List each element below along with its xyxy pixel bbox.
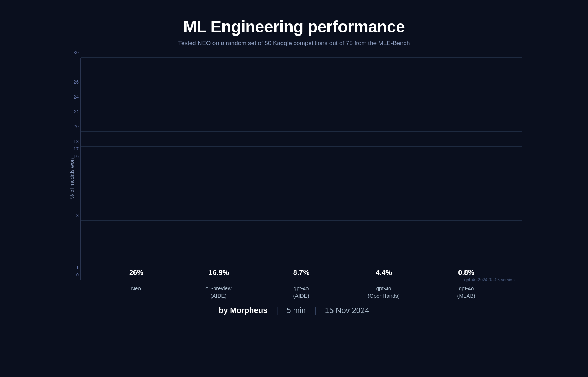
bar-value-label: 4.4%	[376, 269, 392, 277]
x-axis-label: Neo	[115, 285, 157, 299]
y-tick-label: 18	[67, 139, 79, 144]
y-tick-label: 8	[67, 213, 79, 218]
version-note: gpt-4o-2024-08-06 version	[464, 277, 515, 282]
bar-value-label: 0.8%	[458, 269, 474, 277]
grid-area: 302624222018171681026%16.9%8.7%4.4%0.8%	[80, 58, 522, 280]
bar-value-label: 26%	[129, 269, 143, 277]
header: ML Engineering performance Tested NEO on…	[178, 17, 410, 47]
y-tick-label: 24	[67, 94, 79, 100]
bar-value-label: 16.9%	[209, 269, 229, 277]
chart-container: % of medals won 302624222018171681026%16…	[66, 58, 522, 299]
x-axis-label: gpt-4o(OpenHands)	[362, 285, 405, 299]
x-axis-label: gpt-4o(MLAB)	[445, 285, 488, 299]
footer-duration: 5 min	[287, 306, 306, 315]
y-tick-label: 30	[67, 50, 79, 55]
y-tick-label: 22	[67, 109, 79, 114]
y-tick-label: 0	[67, 272, 79, 277]
footer-sep2: |	[314, 306, 316, 315]
y-tick-label: 20	[67, 124, 79, 129]
x-axis-label: o1-preview(AIDE)	[197, 285, 240, 299]
footer-by: by Morpheus	[219, 306, 268, 315]
subtitle: Tested NEO on a random set of 50 Kaggle …	[178, 40, 410, 47]
main-title: ML Engineering performance	[178, 17, 410, 36]
y-tick-label: 17	[67, 146, 79, 151]
bars-area: 26%16.9%8.7%4.4%0.8%	[81, 58, 522, 280]
y-tick-label: 16	[67, 153, 79, 159]
footer: by Morpheus | 5 min | 15 Nov 2024	[219, 306, 369, 315]
x-axis-label: gpt-4o(AIDE)	[280, 285, 322, 299]
footer-date: 15 Nov 2024	[325, 306, 369, 315]
y-tick-label: 1	[67, 265, 79, 270]
x-axis-labels: Neoo1-preview(AIDE)gpt-4o(AIDE)gpt-4o(Op…	[80, 285, 522, 299]
bar-value-label: 8.7%	[293, 269, 310, 277]
y-tick-label: 26	[67, 79, 79, 85]
chart-inner: 302624222018171681026%16.9%8.7%4.4%0.8% …	[80, 58, 522, 299]
footer-sep1: |	[276, 306, 278, 315]
